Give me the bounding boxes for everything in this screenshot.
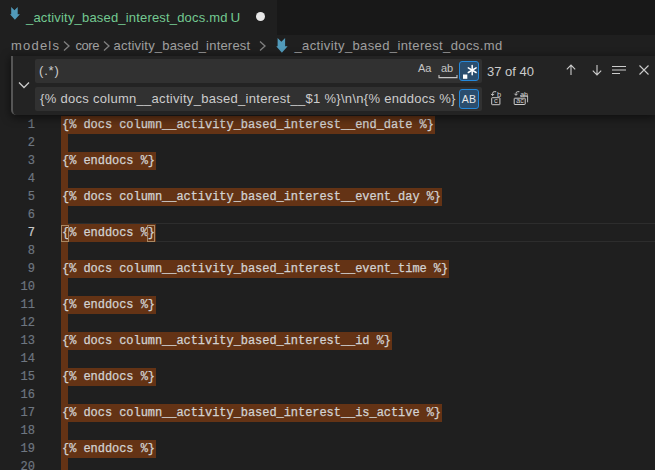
- svg-text:ac: ac: [516, 97, 524, 104]
- svg-text:c: c: [494, 96, 498, 105]
